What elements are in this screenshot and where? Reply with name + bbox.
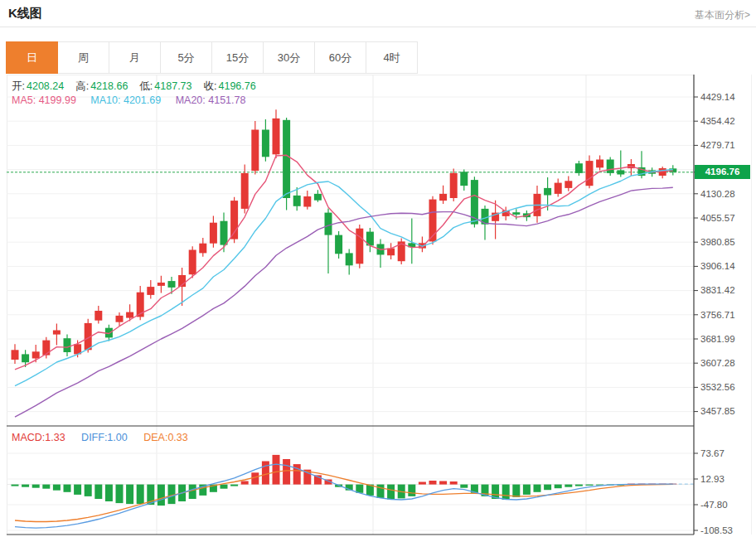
price-axis-label: 3607.28 bbox=[700, 358, 735, 368]
ma10-line bbox=[15, 170, 673, 386]
tab-month[interactable]: 月 bbox=[109, 41, 161, 74]
dea-line bbox=[15, 471, 673, 522]
header: K线图 基本面分析> bbox=[0, 0, 756, 27]
page-title: K线图 bbox=[8, 6, 42, 22]
ohlc-legend: 开:4208.24高:4218.66低:4187.73收:4196.76 bbox=[12, 80, 268, 94]
macd-legend: MACD:1.33 DIFF:1.00 DEA:0.33 bbox=[12, 432, 201, 443]
tab-5min[interactable]: 5分 bbox=[161, 41, 212, 74]
open-label: 开: bbox=[12, 80, 25, 92]
fundamental-analysis-link[interactable]: 基本面分析> bbox=[695, 8, 750, 22]
price-axis-label: 4354.42 bbox=[700, 116, 735, 126]
macd-axis-label: 12.93 bbox=[700, 474, 724, 484]
tab-60min[interactable]: 60分 bbox=[315, 41, 366, 74]
low-value: 4187.73 bbox=[154, 80, 191, 92]
diff-line bbox=[15, 464, 673, 528]
price-axis-label: 3906.14 bbox=[700, 261, 735, 271]
price-axis-label: 3980.85 bbox=[700, 237, 735, 247]
diff-value: 1.00 bbox=[107, 432, 127, 443]
ma20-line bbox=[15, 187, 673, 417]
period-tabbar: 日 周 月 5分 15分 30分 60分 4时 bbox=[6, 41, 418, 74]
tab-4hour[interactable]: 4时 bbox=[366, 41, 418, 74]
tab-15min[interactable]: 15分 bbox=[212, 41, 264, 74]
price-axis-label: 3681.99 bbox=[700, 334, 735, 344]
candlestick-series bbox=[12, 109, 677, 367]
price-axis-label: 3457.85 bbox=[700, 406, 735, 416]
price-axis-label: 4429.14 bbox=[700, 92, 735, 102]
dea-label: DEA: bbox=[143, 432, 167, 443]
price-axis-label: 3532.56 bbox=[700, 382, 735, 392]
ma5-label: MA5: bbox=[12, 94, 36, 106]
ma10-label: MA10: bbox=[90, 94, 120, 106]
current-price-tag: 4196.76 bbox=[695, 165, 750, 179]
close-label: 收: bbox=[204, 80, 217, 92]
diff-label: DIFF: bbox=[81, 432, 107, 443]
high-label: 高: bbox=[75, 80, 89, 92]
dea-value: 0.33 bbox=[167, 432, 187, 443]
low-label: 低: bbox=[139, 80, 153, 92]
macd-axis-label: 73.67 bbox=[700, 448, 724, 458]
price-axis-label: 3831.42 bbox=[700, 285, 735, 295]
macd-label: MACD: bbox=[12, 432, 45, 443]
price-axis-label: 4055.57 bbox=[700, 213, 735, 223]
ma5-line bbox=[15, 155, 673, 370]
open-value: 4208.24 bbox=[27, 80, 64, 92]
ma-legend: MA5: 4199.99 MA10: 4201.69 MA20: 4151.78 bbox=[12, 94, 257, 106]
ma20-label: MA20: bbox=[176, 94, 206, 106]
tab-day[interactable]: 日 bbox=[6, 41, 58, 74]
close-value: 4196.76 bbox=[219, 80, 256, 92]
macd-axis-label: -47.80 bbox=[700, 500, 728, 510]
macd-histogram bbox=[12, 455, 677, 506]
kline-chart-canvas[interactable]: 4429.144354.424279.714130.284055.573980.… bbox=[0, 75, 756, 537]
tab-week[interactable]: 周 bbox=[58, 41, 109, 74]
ma20-value: 4151.78 bbox=[208, 94, 245, 106]
tab-30min[interactable]: 30分 bbox=[264, 41, 315, 74]
price-axis-label: 4279.71 bbox=[700, 140, 735, 150]
price-axis-label: 4130.28 bbox=[700, 189, 735, 199]
kline-chart-area[interactable]: 4429.144354.424279.714130.284055.573980.… bbox=[0, 75, 756, 537]
high-value: 4218.66 bbox=[90, 80, 128, 92]
macd-axis-label: -108.53 bbox=[700, 525, 733, 535]
ma10-value: 4201.69 bbox=[124, 94, 161, 106]
kline-page: K线图 基本面分析> 日 周 月 5分 15分 30分 60分 4时 4429.… bbox=[0, 0, 756, 537]
ma5-value: 4199.99 bbox=[39, 94, 76, 106]
macd-value: 1.33 bbox=[45, 432, 65, 443]
price-axis-label: 3756.71 bbox=[700, 310, 735, 320]
